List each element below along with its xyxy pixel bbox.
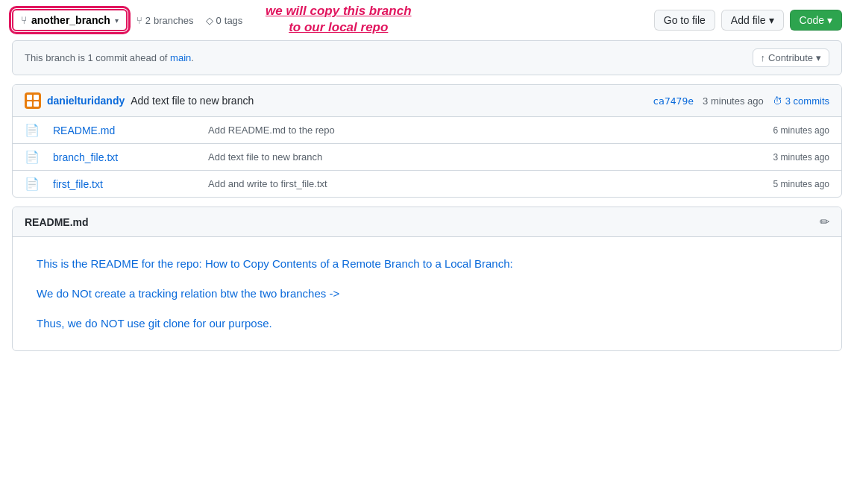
readme-card: README.md ✏ This is the README for the r… [12,207,842,351]
contribute-label: Contribute [768,52,813,63]
file-icon: 📄 [25,177,47,191]
meta-info: ⑂ 2 branches ◇ 0 tags [136,15,243,26]
file-name-link[interactable]: README.md [53,125,202,136]
contribute-up-icon: ↑ [761,52,766,63]
author-avatar [25,92,41,109]
tags-count: 0 [216,15,222,26]
clock-icon: ⏱ [773,95,782,107]
readme-header: README.md ✏ [13,207,841,237]
commits-count-label: 3 commits [785,95,829,107]
branch-icon: ⑂ [21,14,27,26]
code-chevron-icon: ▾ [827,14,832,26]
tags-label: tags [225,15,243,26]
chevron-down-icon: ▾ [115,16,119,25]
annotation-line1: we will copy this branch [266,3,412,19]
table-row: 📄 first_file.txt Add and write to first_… [13,171,841,197]
go-to-file-button[interactable]: Go to file [654,10,715,31]
toolbar: ⑂ another_branch ▾ ⑂ 2 branches ◇ 0 tags… [12,9,842,31]
branches-icon: ⑂ [136,15,142,26]
branches-link[interactable]: ⑂ 2 branches [136,15,194,26]
code-button[interactable]: Code ▾ [790,10,842,31]
add-file-button[interactable]: Add file ▾ [721,10,784,31]
file-icon: 📄 [25,123,47,137]
readme-line-3: Thus, we do NOT use git clone for our pu… [37,315,817,333]
add-file-chevron-icon: ▾ [769,14,774,26]
file-time: 6 minutes ago [773,125,829,136]
readme-line-1: This is the README for the repo: How to … [37,255,817,273]
file-commit-msg: Add and write to first_file.txt [208,178,767,189]
file-commit-msg: Add README.md to the repo [208,125,767,136]
contribute-button[interactable]: ↑ Contribute ▾ [753,48,829,67]
author-name-link[interactable]: danielturidandy [47,95,125,107]
code-label: Code [800,14,824,26]
branches-count: 2 [145,15,151,26]
tags-icon: ◇ [206,15,213,26]
table-row: 📄 branch_file.txt Add text file to new b… [13,144,841,171]
toolbar-right: Go to file Add file ▾ Code ▾ [654,10,842,31]
commit-author-section: danielturidandy Add text file to new bra… [25,92,254,109]
file-commit-msg: Add text file to new branch [208,151,767,163]
edit-icon[interactable]: ✏ [820,215,829,229]
commit-time: 3 minutes ago [703,95,764,107]
add-file-label: Add file [731,14,766,26]
annotation: we will copy this branch to our local re… [266,3,412,36]
readme-content: This is the README for the repo: How to … [13,237,841,350]
annotation-line2: to our local repo [266,19,412,36]
readme-line-2: We do NOt create a tracking relation btw… [37,285,817,303]
file-name-link[interactable]: first_file.txt [53,178,202,190]
branches-label: branches [154,15,193,26]
branch-name: another_branch [31,14,110,26]
commit-banner: This branch is 1 commit ahead of main. ↑… [12,40,842,75]
commit-right: ca7479e 3 minutes ago ⏱ 3 commits [653,95,829,107]
file-time: 3 minutes ago [773,152,829,163]
commits-count-link[interactable]: ⏱ 3 commits [773,95,829,107]
contribute-chevron-icon: ▾ [816,52,821,63]
file-table-card: danielturidandy Add text file to new bra… [12,84,842,198]
main-link[interactable]: main [170,52,191,63]
file-icon: 📄 [25,150,47,164]
tags-link[interactable]: ◇ 0 tags [206,15,243,26]
commit-sha-link[interactable]: ca7479e [653,95,694,107]
file-card-header: danielturidandy Add text file to new bra… [13,85,841,117]
branch-selector[interactable]: ⑂ another_branch ▾ [12,9,128,31]
table-row: 📄 README.md Add README.md to the repo 6 … [13,117,841,144]
commit-banner-text: This branch is 1 commit ahead of main. [25,52,194,63]
commit-header-message: Add text file to new branch [131,95,254,107]
readme-title: README.md [25,216,89,228]
file-time: 5 minutes ago [773,179,829,189]
file-name-link[interactable]: branch_file.txt [53,151,202,163]
go-to-file-label: Go to file [664,14,706,26]
